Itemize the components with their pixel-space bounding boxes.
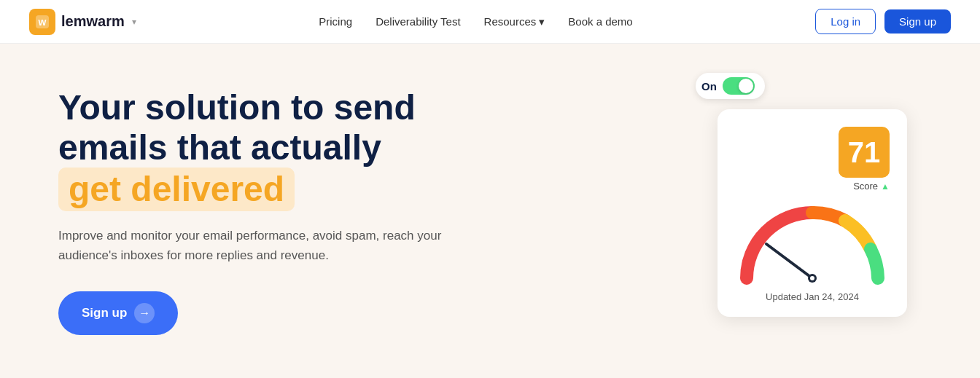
gauge-container <box>735 202 890 286</box>
logo-area: w lemwarm ▾ <box>29 9 136 35</box>
toggle-container: On <box>696 73 765 99</box>
hero-subtitle: Improve and monitor your email performan… <box>58 226 445 265</box>
hero-section: Your solution to send emails that actual… <box>0 44 980 378</box>
score-top: 71 Score ▲ <box>735 127 890 194</box>
arrow-right-icon: → <box>134 303 155 323</box>
toggle-switch[interactable] <box>723 77 755 95</box>
score-widget: On 71 Score ▲ <box>718 73 922 317</box>
nav-book-demo[interactable]: Book a demo <box>568 15 632 28</box>
signup-nav-button[interactable]: Sign up <box>884 9 951 34</box>
nav-deliverability[interactable]: Deliverability Test <box>376 15 460 28</box>
hero-title: Your solution to send emails that actual… <box>58 87 445 211</box>
logo-caret-icon: ▾ <box>132 17 136 27</box>
nav-resources[interactable]: Resources ▾ <box>484 15 545 28</box>
svg-text:w: w <box>38 16 47 28</box>
logo-icon: w <box>29 9 55 35</box>
gauge-chart <box>736 202 889 286</box>
hero-content: Your solution to send emails that actual… <box>58 80 445 335</box>
svg-point-4 <box>810 276 814 280</box>
toggle-knob <box>739 79 753 93</box>
hero-highlight: get delivered <box>58 168 295 210</box>
nav-pricing[interactable]: Pricing <box>319 15 352 28</box>
toggle-label: On <box>701 80 717 92</box>
login-button[interactable]: Log in <box>815 9 876 34</box>
signup-hero-button[interactable]: Sign up → <box>58 291 178 335</box>
nav-links: Pricing Deliverability Test Resources ▾ … <box>319 15 632 28</box>
score-label-row: Score ▲ <box>839 181 890 192</box>
score-box: 71 <box>839 127 890 178</box>
score-up-icon: ▲ <box>881 181 890 192</box>
logo-text: lemwarm <box>61 13 125 30</box>
svg-line-2 <box>766 244 812 278</box>
chevron-down-icon: ▾ <box>539 15 545 28</box>
nav-right: Log in Sign up <box>815 9 951 34</box>
navbar: w lemwarm ▾ Pricing Deliverability Test … <box>0 0 980 44</box>
score-label: Score <box>853 181 878 192</box>
score-card: 71 Score ▲ <box>718 109 907 317</box>
updated-text: Updated Jan 24, 2024 <box>735 291 890 302</box>
